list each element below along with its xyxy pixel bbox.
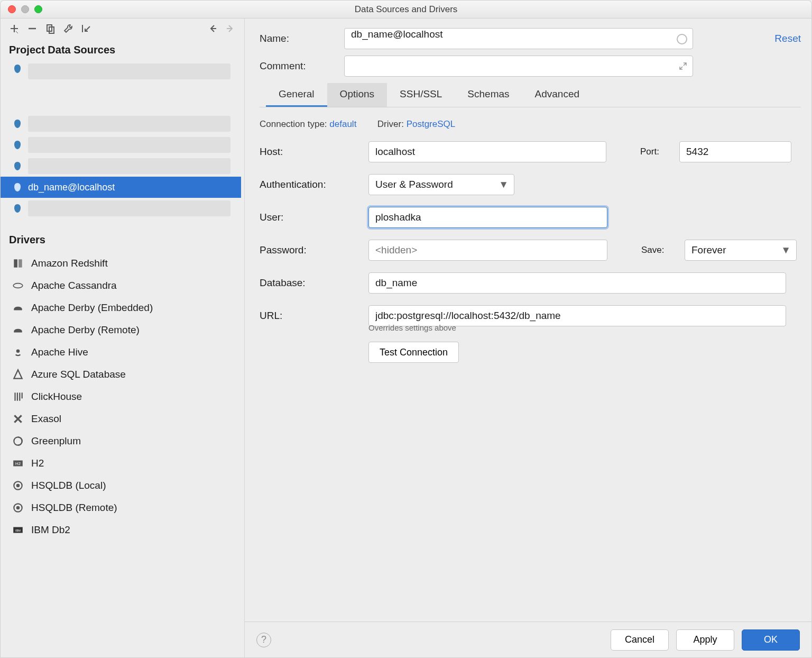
authentication-value: User & Password <box>375 179 453 190</box>
redshift-icon <box>12 258 24 269</box>
driver-label: HSQLDB (Local) <box>31 480 106 491</box>
svg-rect-3 <box>19 259 22 267</box>
svg-rect-6 <box>14 392 15 400</box>
tab-advanced[interactable]: Advanced <box>522 83 593 107</box>
svg-rect-8 <box>19 392 20 400</box>
color-indicator-icon[interactable] <box>677 34 687 44</box>
name-value: db_name@localhost <box>351 29 443 40</box>
driver-item[interactable]: Greenplum <box>1 430 244 452</box>
connection-type-link[interactable]: default <box>329 119 356 129</box>
derby-icon <box>12 324 24 336</box>
svg-point-5 <box>16 350 20 353</box>
driver-label: Exasol <box>31 413 61 425</box>
dialog-footer: ? Cancel Apply OK <box>245 622 811 657</box>
wrench-icon[interactable] <box>63 23 73 34</box>
project-datasources-header: Project Data Sources <box>1 39 244 60</box>
hsqldb-icon <box>12 502 24 514</box>
tab-options[interactable]: Options <box>327 83 387 107</box>
window-title: Data Sources and Drivers <box>1 4 811 15</box>
back-arrow-icon[interactable] <box>207 23 218 34</box>
tabs: General Options SSH/SSL Schemas Advanced <box>260 83 801 107</box>
drivers-list: Amazon Redshift Apache Cassandra Apache … <box>1 250 244 541</box>
postgresql-icon <box>12 203 23 214</box>
exasol-icon <box>12 413 24 425</box>
postgresql-icon <box>12 182 23 193</box>
driver-item[interactable]: IBMIBM Db2 <box>1 519 244 541</box>
database-label: Database: <box>260 277 361 289</box>
host-label: Host: <box>260 146 361 158</box>
cancel-button[interactable]: Cancel <box>611 629 669 651</box>
azure-icon <box>12 369 24 380</box>
driver-item[interactable]: H2H2 <box>1 452 244 474</box>
datasource-item[interactable] <box>1 60 241 113</box>
test-connection-button[interactable]: Test Connection <box>368 342 459 363</box>
forward-arrow-icon[interactable] <box>225 23 236 34</box>
expand-icon[interactable] <box>679 61 687 73</box>
postgresql-icon <box>12 118 23 129</box>
database-input[interactable] <box>368 272 786 294</box>
import-icon[interactable] <box>81 23 91 34</box>
save-select[interactable]: Forever ▼ <box>685 240 797 261</box>
chevron-down-icon: ▼ <box>781 244 791 256</box>
name-input[interactable]: db_name@localhost <box>344 28 693 49</box>
datasource-item[interactable] <box>1 134 241 156</box>
port-input[interactable] <box>679 141 791 162</box>
driver-label: Apache Cassandra <box>31 280 117 291</box>
driver-item[interactable]: Apache Cassandra <box>1 275 244 297</box>
remove-icon[interactable] <box>27 23 38 34</box>
datasource-item[interactable] <box>1 113 241 134</box>
driver-item[interactable]: HSQLDB (Local) <box>1 474 244 497</box>
authentication-select[interactable]: User & Password ▼ <box>368 174 514 195</box>
driver-item[interactable]: ClickHouse <box>1 386 244 408</box>
driver-link[interactable]: PostgreSQL <box>407 119 456 129</box>
driver-label: Amazon Redshift <box>31 258 108 269</box>
tab-schemas[interactable]: Schemas <box>455 83 522 107</box>
driver-item[interactable]: Apache Derby (Embedded) <box>1 297 244 319</box>
main-panel: Name: db_name@localhost Reset Comment: G… <box>245 19 811 657</box>
copy-icon[interactable] <box>45 23 56 34</box>
authentication-label: Authentication: <box>260 179 361 190</box>
driver-item[interactable]: Exasol <box>1 408 244 430</box>
url-label: URL: <box>260 310 361 322</box>
drivers-header: Drivers <box>1 229 244 250</box>
reset-link[interactable]: Reset <box>774 33 801 44</box>
dialog-window: Data Sources and Drivers Project Data So… <box>0 0 812 658</box>
host-input[interactable] <box>368 141 606 162</box>
user-input[interactable] <box>368 207 607 228</box>
datasource-item[interactable] <box>1 198 241 219</box>
add-icon[interactable] <box>9 23 20 34</box>
driver-item[interactable]: Azure SQL Database <box>1 363 244 386</box>
postgresql-icon <box>12 161 23 171</box>
save-label: Save: <box>641 245 677 255</box>
help-button[interactable]: ? <box>256 633 271 647</box>
svg-point-16 <box>16 506 20 510</box>
apply-button[interactable]: Apply <box>676 629 734 651</box>
svg-rect-7 <box>17 392 18 400</box>
hsqldb-icon <box>12 480 24 491</box>
driver-label: ClickHouse <box>31 391 82 403</box>
driver-item[interactable]: Amazon Redshift <box>1 252 244 275</box>
cassandra-icon <box>12 280 24 291</box>
datasources-list: db_name@localhost <box>1 60 244 219</box>
titlebar: Data Sources and Drivers <box>1 1 811 19</box>
svg-point-4 <box>13 284 23 288</box>
driver-label: Greenplum <box>31 435 81 447</box>
port-label: Port: <box>640 147 672 157</box>
tab-general[interactable]: General <box>266 83 327 107</box>
h2-icon: H2 <box>12 458 24 469</box>
driver-item[interactable]: Apache Derby (Remote) <box>1 319 244 341</box>
password-input[interactable] <box>368 240 607 261</box>
datasource-item[interactable] <box>1 156 241 177</box>
password-label: Password: <box>260 244 361 256</box>
save-value: Forever <box>691 244 726 256</box>
driver-label: Apache Derby (Remote) <box>31 324 140 336</box>
clickhouse-icon <box>12 391 24 403</box>
driver-item[interactable]: HSQLDB (Remote) <box>1 497 244 519</box>
ok-button[interactable]: OK <box>742 629 800 651</box>
driver-label: H2 <box>31 458 44 469</box>
comment-input[interactable] <box>344 56 693 77</box>
datasource-item-selected[interactable]: db_name@localhost <box>1 177 241 198</box>
tab-ssh-ssl[interactable]: SSH/SSL <box>387 83 455 107</box>
postgresql-icon <box>12 140 23 150</box>
driver-item[interactable]: Apache Hive <box>1 341 244 363</box>
